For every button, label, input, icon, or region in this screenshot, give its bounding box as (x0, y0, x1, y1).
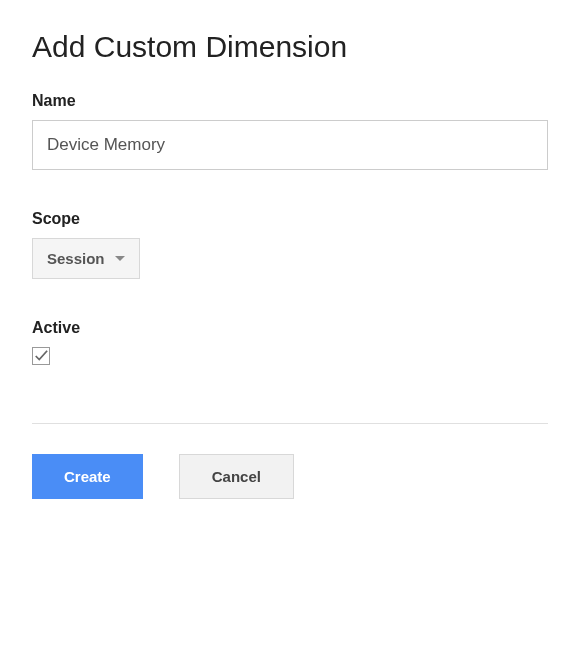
active-label: Active (32, 319, 548, 337)
scope-section: Scope Session (32, 210, 548, 279)
divider (32, 423, 548, 424)
scope-dropdown[interactable]: Session (32, 238, 140, 279)
button-row: Create Cancel (32, 454, 548, 499)
scope-label: Scope (32, 210, 548, 228)
name-section: Name (32, 92, 548, 170)
create-button[interactable]: Create (32, 454, 143, 499)
cancel-button[interactable]: Cancel (179, 454, 294, 499)
name-input[interactable] (32, 120, 548, 170)
checkmark-icon (34, 349, 48, 363)
chevron-down-icon (115, 256, 125, 261)
name-label: Name (32, 92, 548, 110)
page-title: Add Custom Dimension (32, 30, 548, 64)
active-checkbox[interactable] (32, 347, 50, 365)
scope-selected-value: Session (47, 250, 105, 267)
active-section: Active (32, 319, 548, 367)
